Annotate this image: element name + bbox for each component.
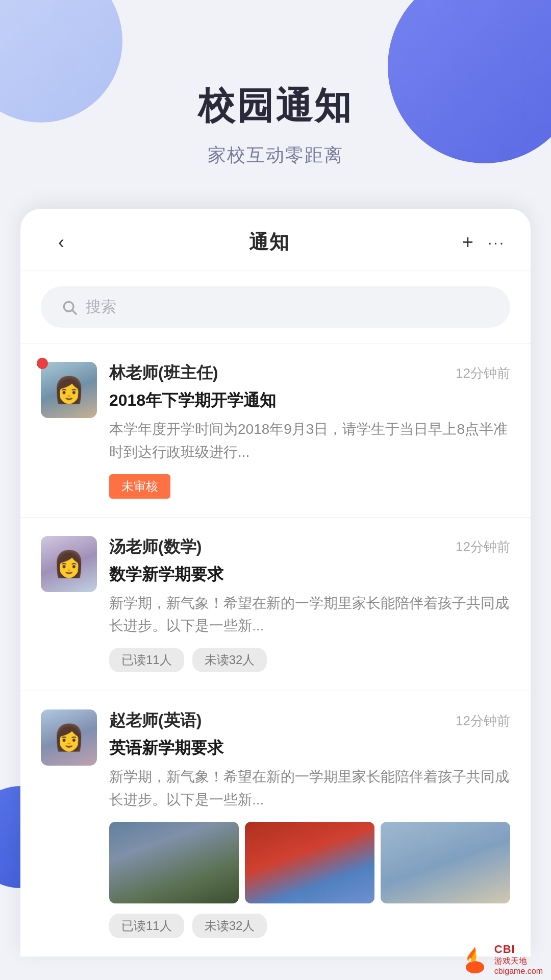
app-subtitle: 家校互动零距离	[0, 143, 551, 168]
notif-tags: 已读11人 未读32人	[109, 648, 510, 672]
search-icon	[61, 299, 78, 315]
unread-dot	[37, 358, 48, 369]
tag-read: 已读11人	[109, 914, 184, 938]
notif-tags: 已读11人 未读32人	[109, 914, 510, 938]
brand-subtext: 游戏天地	[494, 956, 543, 967]
notif-content: 汤老师(数学) 12分钟前 数学新学期要求 新学期，新气象！希望在新的一学期里家…	[109, 536, 510, 673]
nav-bar: ‹ 通知 + ···	[20, 209, 531, 271]
tag-unreviewed: 未审核	[109, 474, 170, 499]
nav-actions: + ···	[462, 231, 505, 253]
time-ago: 12分钟前	[456, 364, 510, 382]
hero-section: 校园通知 家校互动零距离	[0, 0, 551, 209]
tag-unread: 未读32人	[192, 914, 267, 938]
avatar-wrap: 👩	[41, 536, 97, 592]
notif-tags: 未审核	[109, 474, 510, 499]
notif-content: 赵老师(英语) 12分钟前 英语新学期要求 新学期，新气象！希望在新的一学期里家…	[109, 709, 510, 938]
flame-icon	[460, 944, 490, 975]
svg-line-1	[72, 310, 76, 314]
notif-meta: 汤老师(数学) 12分钟前	[109, 536, 510, 558]
avatar-wrap: 👩	[41, 709, 97, 766]
image-grid	[109, 822, 510, 903]
watermark-text-col: CBI 游戏天地 cbigame.com	[494, 943, 543, 976]
notif-content: 林老师(班主任) 12分钟前 2018年下学期开学通知 本学年度开学时间为201…	[109, 362, 510, 499]
notif-body: 新学期，新气象！希望在新的一学期里家长能陪伴着孩子共同成长进步。以下是一些新..…	[109, 766, 510, 812]
sender-name: 赵老师(英语)	[109, 709, 202, 732]
phone-card: ‹ 通知 + ··· 搜索 👩 林老师(班主任) 12分钟	[20, 209, 531, 957]
nav-title: 通知	[249, 229, 290, 255]
tag-read: 已读11人	[109, 648, 184, 672]
search-bar[interactable]: 搜索	[41, 286, 510, 328]
tag-unread: 未读32人	[192, 648, 267, 672]
back-button[interactable]: ‹	[46, 232, 77, 253]
search-placeholder: 搜索	[86, 297, 116, 317]
avatar: 👩	[41, 536, 97, 592]
notification-item[interactable]: 👩 汤老师(数学) 12分钟前 数学新学期要求 新学期，新气象！希望在新的一学期…	[20, 518, 531, 691]
time-ago: 12分钟前	[456, 538, 510, 556]
time-ago: 12分钟前	[456, 712, 510, 730]
image-church	[109, 822, 239, 903]
more-button[interactable]: ···	[488, 234, 505, 251]
brand-name: CBI	[494, 943, 543, 956]
avatar: 👩	[41, 709, 97, 766]
sender-name: 林老师(班主任)	[109, 362, 218, 384]
search-input-wrap[interactable]: 搜索	[41, 286, 510, 328]
notif-title: 2018年下学期开学通知	[109, 389, 510, 412]
notif-title: 英语新学期要求	[109, 737, 510, 760]
image-statue	[381, 822, 510, 903]
notif-header: 👩 汤老师(数学) 12分钟前 数学新学期要求 新学期，新气象！希望在新的一学期…	[41, 536, 510, 673]
notif-title: 数学新学期要求	[109, 564, 510, 586]
notification-item[interactable]: 👩 赵老师(英语) 12分钟前 英语新学期要求 新学期，新气象！希望在新的一学期…	[20, 691, 531, 957]
notif-header: 👩 林老师(班主任) 12分钟前 2018年下学期开学通知 本学年度开学时间为2…	[41, 362, 510, 499]
app-title: 校园通知	[0, 82, 551, 131]
notification-item[interactable]: 👩 林老师(班主任) 12分钟前 2018年下学期开学通知 本学年度开学时间为2…	[20, 344, 531, 517]
sender-name: 汤老师(数学)	[109, 536, 202, 558]
notif-meta: 林老师(班主任) 12分钟前	[109, 362, 510, 384]
add-button[interactable]: +	[462, 231, 473, 253]
watermark: CBI 游戏天地 cbigame.com	[452, 939, 551, 980]
image-bridge	[245, 822, 374, 903]
brand-url: cbigame.com	[494, 967, 543, 976]
avatar-wrap: 👩	[41, 362, 97, 418]
notif-meta: 赵老师(英语) 12分钟前	[109, 709, 510, 732]
notif-body: 本学年度开学时间为2018年9月3日，请学生于当日早上8点半准时到达行政班级进行…	[109, 418, 510, 464]
notif-body: 新学期，新气象！希望在新的一学期里家长能陪伴着孩子共同成长进步。以下是一些新..…	[109, 592, 510, 638]
avatar: 👩	[41, 362, 97, 418]
notif-header: 👩 赵老师(英语) 12分钟前 英语新学期要求 新学期，新气象！希望在新的一学期…	[41, 709, 510, 938]
